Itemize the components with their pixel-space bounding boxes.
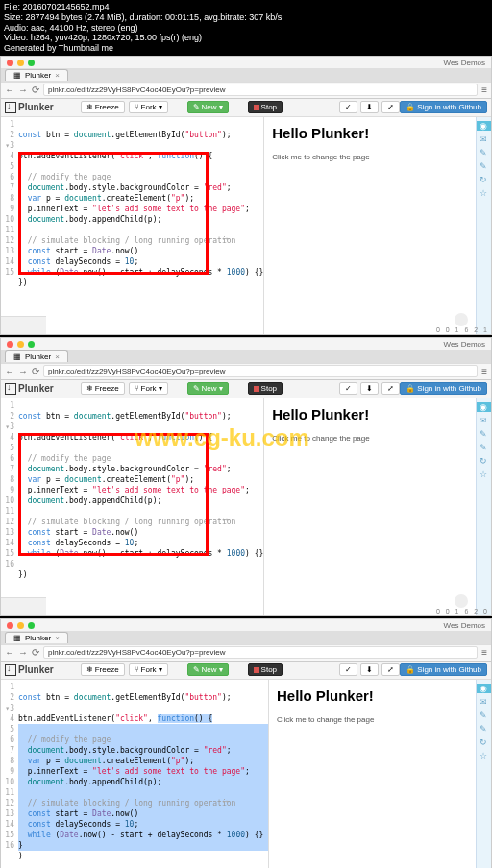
menu-icon[interactable]: ≡: [481, 647, 487, 658]
tab-close-icon[interactable]: ×: [55, 352, 60, 361]
code-body[interactable]: const btn = document.getElementById("but…: [18, 119, 263, 299]
signin-button[interactable]: 🔒 Sign in with Github: [400, 382, 487, 395]
plunker-logo[interactable]: Plunker: [5, 664, 54, 676]
download-button[interactable]: ⬇: [360, 663, 379, 676]
preview-button[interactable]: Click me to change the page: [272, 434, 467, 443]
signin-button[interactable]: 🔒 Sign in with Github: [400, 663, 487, 676]
forward-icon[interactable]: →: [18, 84, 28, 95]
window-close-icon[interactable]: [7, 622, 13, 629]
tab-favicon: ▦: [13, 634, 21, 642]
side-star-icon[interactable]: ☆: [480, 751, 487, 760]
preview-heading: Hello Plunker!: [277, 687, 468, 704]
side-refresh-icon[interactable]: ↻: [480, 456, 487, 466]
reload-icon[interactable]: ⟳: [32, 84, 39, 95]
window-zoom-icon[interactable]: [28, 60, 35, 66]
reload-icon[interactable]: ⟳: [32, 647, 39, 658]
side-refresh-icon[interactable]: ↻: [480, 175, 487, 184]
window-zoom-icon[interactable]: [28, 622, 35, 629]
side-preview-icon[interactable]: ◉: [477, 402, 491, 412]
side-toolbar: ◉ ✉ ✎ ✎ ↻ ☆: [476, 117, 491, 334]
stop-icon: [254, 667, 259, 673]
window-close-icon[interactable]: [7, 60, 13, 66]
freeze-button[interactable]: ❄ Freeze: [81, 663, 125, 676]
side-embed-icon[interactable]: ✉: [480, 134, 487, 144]
side-comment-icon[interactable]: ✎: [480, 724, 487, 734]
fork-button[interactable]: ⑂ Fork ▾: [129, 382, 168, 395]
pane-drag-handle[interactable]: ⟷: [223, 516, 228, 524]
editor-status-bar: [1, 316, 46, 334]
code-editor[interactable]: 12▾3456789101112131415 const btn = docum…: [1, 117, 263, 334]
side-preview-icon[interactable]: ◉: [477, 684, 491, 693]
code-editor[interactable]: 12▾345678910111213141516 const btn = doc…: [1, 398, 263, 615]
expand-button[interactable]: ⤢: [381, 101, 400, 113]
back-icon[interactable]: ←: [5, 366, 14, 376]
side-comment-icon[interactable]: ✎: [480, 161, 487, 171]
window-minimize-icon[interactable]: [17, 341, 24, 348]
url-input[interactable]: plnkr.co/edit/zz29VyHS8PvC4oc40EyOu?p=pr…: [43, 84, 478, 96]
side-edit-icon[interactable]: ✎: [480, 148, 487, 157]
tab-close-icon[interactable]: ×: [55, 634, 60, 642]
freeze-button[interactable]: ❄ Freeze: [81, 101, 125, 113]
check-button[interactable]: ✓: [339, 101, 357, 113]
plunker-logo[interactable]: Plunker: [5, 102, 54, 113]
menu-icon[interactable]: ≡: [481, 84, 487, 95]
expand-button[interactable]: ⤢: [381, 382, 400, 395]
plunker-logo-icon: [5, 383, 16, 395]
preview-pane: Hello Plunker! Click me to change the pa…: [268, 680, 476, 868]
help-icon[interactable]: [455, 594, 468, 608]
side-edit-icon[interactable]: ✎: [480, 711, 487, 720]
fork-button[interactable]: ⑂ Fork ▾: [129, 663, 168, 676]
browser-tab[interactable]: ▦ Plunker ×: [5, 69, 68, 81]
check-button[interactable]: ✓: [339, 382, 357, 395]
plunker-logo[interactable]: Plunker: [5, 383, 54, 395]
help-icon[interactable]: [455, 313, 468, 326]
menu-icon[interactable]: ≡: [481, 366, 487, 376]
side-star-icon[interactable]: ☆: [480, 188, 487, 198]
side-embed-icon[interactable]: ✉: [480, 416, 487, 425]
fork-button[interactable]: ⑂ Fork ▾: [129, 101, 168, 113]
browser-tab[interactable]: ▦ Plunker ×: [5, 632, 68, 643]
url-input[interactable]: plnkr.co/edit/zz29VyHS8PvC4oc40EyOu?p=pr…: [43, 646, 478, 659]
code-editor[interactable]: 12▾345678910111213141516 const btn = doc…: [1, 680, 268, 868]
stop-button[interactable]: Stop: [248, 101, 283, 113]
side-edit-icon[interactable]: ✎: [480, 429, 487, 439]
tab-close-icon[interactable]: ×: [55, 71, 60, 80]
preview-button[interactable]: Click me to change the page: [277, 715, 468, 724]
side-preview-icon[interactable]: ◉: [477, 121, 491, 131]
back-icon[interactable]: ←: [5, 647, 14, 658]
expand-button[interactable]: ⤢: [381, 663, 400, 676]
browser-tab[interactable]: ▦ Plunker ×: [5, 350, 68, 362]
side-refresh-icon[interactable]: ↻: [480, 737, 487, 747]
window-zoom-icon[interactable]: [28, 341, 35, 348]
url-input[interactable]: plnkr.co/edit/zz29VyHS8PvC4oc40EyOu?p=pr…: [43, 365, 478, 377]
code-body[interactable]: const btn = document.getElementById("but…: [18, 682, 268, 868]
screenshot-3: Wes Demos ▦ Plunker × ← → ⟳ plnkr.co/edi…: [0, 618, 492, 868]
back-icon[interactable]: ←: [5, 84, 14, 95]
window-minimize-icon[interactable]: [17, 622, 24, 629]
download-button[interactable]: ⬇: [360, 101, 379, 113]
signin-button[interactable]: 🔒 Sign in with Github: [400, 101, 487, 113]
side-embed-icon[interactable]: ✉: [480, 697, 487, 707]
forward-icon[interactable]: →: [18, 366, 28, 376]
meta-file: File: 20160702145652.mp4: [4, 2, 488, 12]
pane-drag-handle[interactable]: ⟷: [223, 234, 228, 243]
forward-icon[interactable]: →: [18, 647, 28, 658]
browser-tab-bar: ▦ Plunker ×: [1, 350, 491, 363]
line-gutter: 12▾3456789101112131415: [1, 119, 14, 277]
stop-button[interactable]: Stop: [248, 663, 283, 676]
pane-drag-handle[interactable]: ⟷: [223, 797, 228, 806]
reload-icon[interactable]: ⟳: [32, 366, 39, 376]
download-button[interactable]: ⬇: [360, 382, 379, 395]
preview-button[interactable]: Click me to change the page: [272, 153, 467, 161]
code-body[interactable]: const btn = document.getElementById("but…: [18, 400, 263, 591]
new-button[interactable]: ✎ New ▾: [187, 382, 229, 395]
stop-button[interactable]: Stop: [248, 382, 283, 395]
freeze-button[interactable]: ❄ Freeze: [81, 382, 125, 395]
new-button[interactable]: ✎ New ▾: [187, 663, 229, 676]
window-close-icon[interactable]: [7, 341, 13, 348]
window-minimize-icon[interactable]: [17, 60, 24, 66]
check-button[interactable]: ✓: [339, 663, 357, 676]
side-comment-icon[interactable]: ✎: [480, 443, 487, 452]
new-button[interactable]: ✎ New ▾: [187, 101, 229, 113]
side-star-icon[interactable]: ☆: [480, 470, 487, 479]
